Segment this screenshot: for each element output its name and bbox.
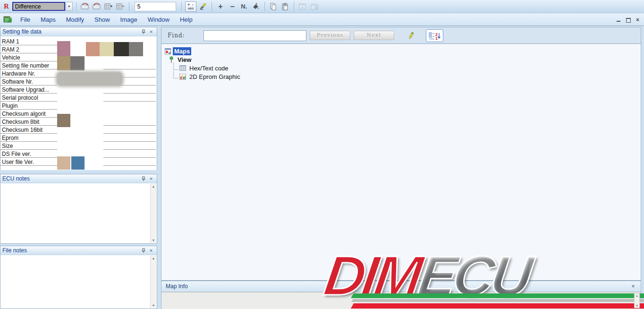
pin-icon[interactable]	[140, 247, 147, 254]
setting-row: Software Upgrad...	[0, 86, 157, 94]
setting-row: Eprom	[0, 134, 157, 142]
sort-icon[interactable]: 2 1	[426, 29, 443, 42]
close-icon[interactable]: ×	[147, 175, 155, 182]
combo-arrow-icon[interactable]: ▾	[66, 2, 73, 11]
file-notes-scrollbar[interactable]: ▲ ▼	[150, 256, 156, 308]
redacted-value	[57, 114, 70, 127]
grid-add-icon[interactable]	[103, 1, 114, 12]
close-icon[interactable]: ×	[630, 283, 636, 290]
setting-row-label: Vehicle	[2, 54, 20, 61]
redacted-value	[57, 56, 70, 70]
find-bar: Find: Previous Next 2 1	[161, 27, 641, 44]
tree-item-label: 2D Eprom Graphic	[188, 73, 242, 81]
previous-button[interactable]: Previous	[310, 31, 350, 40]
setting-row-label: Checksum 8bit	[2, 119, 39, 125]
ecu-notes-header: ECU notes ×	[0, 174, 157, 183]
maps-icon	[165, 48, 171, 54]
tree-item-hex-text-code[interactable]: Hex/Text code	[161, 64, 641, 72]
find-edit-icon[interactable]	[406, 30, 416, 42]
map-copy-icon[interactable]	[80, 1, 90, 12]
tree-item-label: View	[176, 56, 193, 64]
map-info-title: Map Info	[166, 283, 630, 290]
tree-item-2d-eprom-graphic[interactable]: 2D Eprom Graphic	[161, 72, 641, 81]
scroll-up-icon[interactable]: ▲	[152, 257, 155, 260]
close-icon[interactable]: ×	[635, 17, 640, 22]
scroll-up-icon[interactable]: ▲	[636, 294, 638, 297]
setting-row: Checksum algorit	[0, 110, 157, 118]
maps-tree: MapsViewHex/Text code2D Eprom Graphic	[161, 44, 641, 280]
main-area: Find: Previous Next 2 1 MapsViewHex/Text…	[161, 27, 641, 309]
ecu-notes-textarea[interactable]	[0, 183, 157, 243]
fill-icon[interactable]	[251, 1, 261, 12]
restore-icon[interactable]	[626, 17, 631, 22]
menu-items: FileMapsModifyShowImageWindowHelp	[15, 14, 198, 25]
close-icon[interactable]: ×	[147, 28, 155, 35]
setting-row: Checksum 8bit	[0, 118, 157, 126]
close-icon[interactable]: ×	[147, 247, 155, 254]
menu-modify[interactable]: Modify	[61, 14, 89, 25]
decrease-icon[interactable]: −	[227, 1, 237, 12]
scroll-down-icon[interactable]: ▼	[636, 304, 638, 307]
setting-row: Size	[0, 142, 157, 150]
redacted-value	[57, 41, 70, 56]
tree-item-view[interactable]: View	[161, 55, 641, 64]
r-mode-label: R	[4, 2, 9, 10]
file-notes-textarea[interactable]	[0, 255, 157, 309]
setting-row-label: RAM 2	[2, 46, 19, 53]
menu-maps[interactable]: Maps	[35, 14, 61, 25]
redacted-value	[129, 42, 143, 56]
paste-icon[interactable]	[280, 1, 290, 12]
setting-file-data-panel: Setting file data × RAM 1RAM 2VehicleSet…	[0, 27, 157, 170]
scroll-up-icon[interactable]: ▲	[152, 185, 155, 188]
map-info-header: Map Info ×	[161, 281, 641, 292]
toolbar-separator	[76, 2, 76, 11]
open-window-icon[interactable]	[297, 1, 308, 12]
difference-combobox-value[interactable]: Difference	[12, 2, 65, 11]
difference-combobox[interactable]: Difference ▾	[12, 2, 73, 11]
increase-icon[interactable]: +	[215, 1, 226, 12]
grid-remove-icon[interactable]	[115, 1, 126, 12]
copy-icon[interactable]	[268, 1, 279, 12]
panel-title: Setting file data	[2, 28, 140, 35]
find-input[interactable]	[203, 30, 306, 41]
ecu-notes-scrollbar[interactable]: ▲ ▼	[150, 184, 156, 243]
map-info-scrollbar[interactable]: ▲ ▼	[634, 293, 640, 308]
panel-title: File notes	[2, 247, 140, 254]
menu-file[interactable]: File	[15, 14, 35, 25]
redacted-value	[86, 42, 100, 56]
setting-row-label: Software Upgrad...	[2, 86, 49, 93]
redacted-value	[70, 56, 85, 70]
original-value-icon[interactable]: N.	[239, 1, 249, 12]
toolbar-separator	[129, 2, 129, 11]
setting-row: Checksum 16bit	[0, 126, 157, 134]
pin-icon[interactable]	[140, 28, 147, 35]
file-notes-header: File notes ×	[0, 246, 157, 255]
toolbar-separator	[294, 2, 294, 11]
next-button[interactable]: Next	[354, 31, 394, 40]
abs-toggle-icon[interactable]: + - ABS	[185, 1, 196, 12]
setting-row: Serial protocol	[0, 94, 157, 102]
scroll-down-icon[interactable]: ▼	[152, 239, 155, 242]
menu-image[interactable]: Image	[115, 14, 143, 25]
menu-show[interactable]: Show	[89, 14, 115, 25]
tree-item-label: Maps	[173, 47, 191, 55]
setting-row-label: Checksum algorit	[2, 111, 46, 117]
menu-window[interactable]: Window	[143, 14, 175, 25]
menu-help[interactable]: Help	[175, 14, 198, 25]
tree-item-maps[interactable]: Maps	[161, 47, 641, 55]
minimize-icon[interactable]	[616, 17, 621, 22]
window-controls: ×	[616, 17, 640, 22]
ecu-notes-panel: ECU notes × ▲ ▼	[0, 174, 157, 244]
redacted-value	[57, 72, 122, 86]
step-value-input[interactable]	[135, 2, 176, 11]
toolbar-separator	[181, 2, 182, 11]
pin-icon[interactable]	[140, 175, 147, 182]
file-notes-panel: File notes × ▲ ▼	[0, 246, 157, 309]
percent-edit-icon[interactable]	[198, 1, 208, 12]
setting-row-label: Plugin	[2, 103, 17, 109]
scroll-down-icon[interactable]: ▼	[152, 304, 155, 307]
toolbar-separator	[264, 2, 265, 11]
map-paste-icon[interactable]	[92, 1, 102, 12]
export-window-icon[interactable]	[309, 1, 320, 12]
redacted-value	[57, 156, 70, 170]
